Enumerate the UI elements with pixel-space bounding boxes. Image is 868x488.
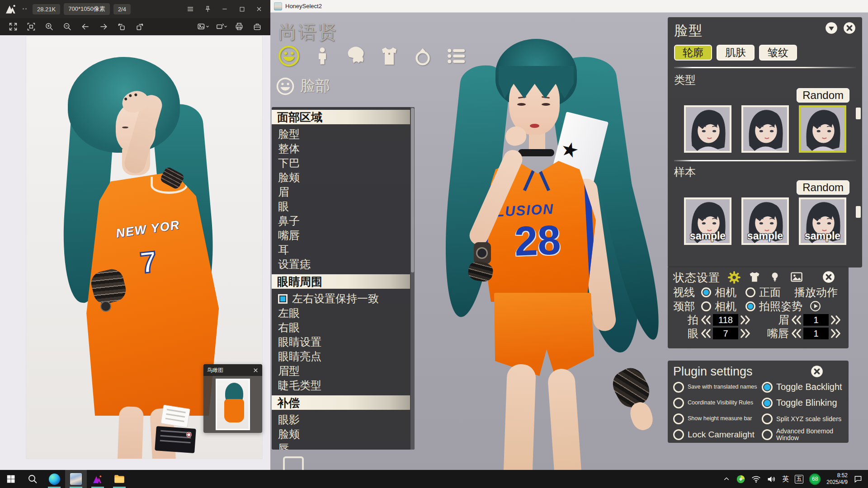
opt-save-translated[interactable]: Save with translated names (673, 380, 762, 394)
ime-language-indicator[interactable]: 英 (782, 475, 789, 483)
clothes-state-icon[interactable] (748, 271, 762, 284)
opt-toggle-blinking[interactable]: Toggle Blinking (762, 395, 843, 410)
tray-antivirus-icon[interactable] (736, 474, 745, 484)
status-panel-close-icon[interactable] (822, 271, 836, 284)
opt-split-xyz[interactable]: Split XYZ scale sliders (762, 411, 843, 426)
taskbar-clock[interactable]: 8:52 2025/4/9 (826, 472, 848, 486)
tab-clothes-icon[interactable] (378, 44, 401, 68)
photo-pose-radio[interactable] (745, 301, 755, 311)
brow-next-icon[interactable] (830, 315, 841, 325)
menu-item-eyelash-type[interactable]: 睫毛类型 (272, 378, 415, 393)
menu-item-eye-highlight[interactable]: 眼睛亮点 (272, 349, 415, 364)
close-button[interactable] (252, 3, 266, 15)
maximize-button[interactable] (235, 3, 249, 15)
tab-accessories-icon[interactable] (411, 44, 434, 68)
zoom-out-icon[interactable] (60, 20, 75, 33)
menu-item-left-eye[interactable]: 左眼 (272, 306, 415, 320)
lip-prev-icon[interactable] (791, 328, 802, 338)
ime-mode-indicator[interactable]: 五 (795, 475, 803, 483)
zoom-in-icon[interactable] (42, 20, 57, 33)
plugin-panel-close-icon[interactable] (811, 365, 823, 378)
optimizer-badge[interactable]: 68 (809, 474, 821, 485)
type-random-button[interactable]: Random (797, 88, 849, 103)
taskbar-honeyselect2-icon[interactable] (65, 470, 87, 488)
taskbar-edge-icon[interactable] (43, 470, 65, 488)
overview-body[interactable] (203, 376, 262, 433)
menu-item-lips[interactable]: 嘴唇 (272, 228, 415, 243)
pose-prev-icon[interactable] (700, 315, 711, 325)
pose-next-icon[interactable] (740, 315, 751, 325)
lip-next-icon[interactable] (830, 328, 841, 338)
face-type-thumb-3[interactable] (799, 105, 846, 153)
game-viewport[interactable]: ★ LUSION 28 尚语贤 (270, 13, 868, 470)
overview-thumbnail[interactable] (216, 379, 250, 430)
fullscreen-icon[interactable] (5, 20, 21, 33)
screenshot-icon[interactable] (790, 271, 803, 284)
print-icon[interactable] (231, 20, 247, 33)
clipped-category-icon[interactable] (283, 456, 304, 470)
tray-volume-icon[interactable] (767, 474, 776, 484)
viewer-canvas[interactable]: NEW YOR 7 鸟瞰图 (0, 35, 270, 470)
menu-item-eye-settings[interactable]: 眼睛设置 (272, 335, 415, 349)
sample-thumb-3[interactable]: sample (799, 197, 846, 245)
play-pose-icon[interactable] (810, 300, 821, 312)
gear-icon[interactable] (727, 271, 741, 284)
tab-wrinkles[interactable]: 皱纹 (759, 45, 797, 61)
tab-body-icon[interactable] (311, 44, 334, 68)
menu-scrollbar[interactable] (410, 107, 415, 450)
opt-height-measure[interactable]: Show height measure bar (673, 411, 762, 426)
menu-item-ear[interactable]: 耳 (272, 243, 415, 257)
taskbar-explorer-icon[interactable] (108, 470, 130, 488)
rotate-left-icon[interactable] (114, 20, 129, 33)
next-image-icon[interactable] (96, 20, 111, 33)
minimize-button[interactable] (218, 3, 231, 15)
menu-item-eyeshadow[interactable]: 眼影 (272, 413, 415, 427)
play-motion-label[interactable]: 播放动作 (794, 285, 838, 300)
menu-item-right-eye[interactable]: 右眼 (272, 320, 415, 335)
sight-camera-radio[interactable] (701, 287, 711, 297)
rotate-right-icon[interactable] (132, 20, 147, 33)
tab-list-icon[interactable] (445, 44, 467, 68)
fit-view-icon[interactable] (24, 20, 39, 33)
sync-left-right-checkbox[interactable] (278, 294, 288, 304)
menu-item-cheeks[interactable]: 脸颊 (272, 170, 415, 185)
eye-next-icon[interactable] (740, 328, 751, 338)
menu-item-brow-shape[interactable]: 眉型 (272, 364, 415, 378)
tab-skin[interactable]: 肌肤 (717, 45, 755, 61)
sample-thumb-2[interactable]: sample (741, 197, 789, 245)
menu-item-eye[interactable]: 眼 (272, 199, 415, 214)
menu-item-chin[interactable]: 下巴 (272, 156, 415, 170)
tab-hair-icon[interactable] (344, 44, 367, 68)
action-center-icon[interactable] (854, 474, 863, 483)
type-scrollbar-handle[interactable] (856, 108, 861, 119)
sync-left-right-row[interactable]: 左右设置保持一致 (272, 291, 415, 306)
face-type-thumb-1[interactable] (684, 105, 731, 153)
menu-icon[interactable] (184, 3, 197, 15)
opt-advanced-bonemod[interactable]: Advanced Bonemod Window (762, 427, 843, 442)
menu-item-face-shape[interactable]: 脸型 (272, 127, 415, 141)
sample-random-button[interactable]: Random (797, 180, 849, 195)
overview-close-icon[interactable] (253, 367, 259, 373)
tray-wifi-icon[interactable] (751, 474, 761, 484)
tab-face-icon[interactable] (278, 44, 300, 68)
tray-chevron-up-icon[interactable] (723, 475, 730, 483)
game-titlebar[interactable]: HoneySelect2 (270, 0, 868, 13)
face-panel-close-icon[interactable] (843, 22, 856, 34)
face-type-thumb-2[interactable] (741, 105, 789, 153)
sight-front-radio[interactable] (745, 287, 755, 297)
menu-item-overall[interactable]: 整体 (272, 141, 415, 156)
crop-rotate-dropdown-icon[interactable] (213, 20, 229, 33)
image-effects-dropdown-icon[interactable] (195, 20, 211, 33)
taskbar-image-viewer-icon[interactable] (87, 470, 108, 488)
panel-collapse-icon[interactable] (825, 22, 838, 34)
pin-icon[interactable] (201, 3, 214, 15)
menu-item-mole[interactable]: 设置痣 (272, 257, 415, 272)
start-button[interactable] (0, 470, 22, 488)
menu-item-nose[interactable]: 鼻子 (272, 214, 415, 228)
neck-camera-radio[interactable] (701, 301, 711, 311)
menu-item-lip-makeup[interactable]: 唇 (272, 441, 415, 450)
menu-item-cheek-makeup[interactable]: 脸颊 (272, 427, 415, 441)
menu-item-brow[interactable]: 眉 (272, 185, 415, 199)
tab-contour[interactable]: 轮廓 (674, 45, 712, 61)
brow-prev-icon[interactable] (791, 315, 802, 325)
